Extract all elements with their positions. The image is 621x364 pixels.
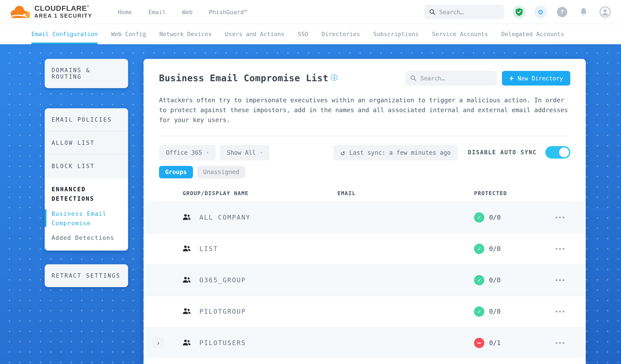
- filter-row: Office 365 ▾ Show All ▾ ↺ Last sync: a f…: [159, 145, 570, 160]
- row-menu-button[interactable]: [556, 342, 564, 344]
- row-menu-button[interactable]: [556, 311, 564, 312]
- settings-button[interactable]: ⚙: [534, 5, 547, 18]
- notifications-button[interactable]: [577, 5, 590, 18]
- protected-count: 0/0: [489, 245, 501, 252]
- group-icon: [183, 245, 191, 252]
- logo-brand-text: CLOUDFLARE: [34, 4, 87, 13]
- page-description: Attackers often try to impersonate execu…: [159, 95, 570, 125]
- group-icon: [183, 308, 191, 314]
- sidebar-item-added-detections[interactable]: Added Detections: [52, 234, 121, 243]
- sidebar-item-enhanced-detections[interactable]: ENHANCED DETECTIONS: [52, 185, 121, 203]
- group-name: PILOTUSERS: [199, 339, 246, 347]
- nav-web[interactable]: Web: [182, 8, 192, 15]
- primary-nav: Home Email Web PhishGuard™: [118, 8, 247, 15]
- tab-groups[interactable]: Groups: [159, 166, 193, 178]
- directory-filter-dropdown[interactable]: Office 365 ▾: [159, 145, 216, 160]
- tab-delegated-accounts[interactable]: Delegated Accounts: [501, 24, 564, 44]
- table-row[interactable]: › PILOTUSERS − 0/1: [143, 327, 586, 358]
- plus-icon: +: [509, 74, 514, 83]
- registered-mark: ®: [87, 5, 89, 8]
- chevron-down-icon: ▾: [207, 150, 209, 155]
- nav-email[interactable]: Email: [148, 8, 166, 15]
- tab-service-accounts[interactable]: Service Accounts: [432, 24, 488, 44]
- column-protected: PROTECTED: [474, 190, 507, 196]
- shield-check-icon: [516, 8, 523, 16]
- global-search[interactable]: [424, 4, 504, 19]
- page-title: Business Email Compromise List: [159, 73, 328, 83]
- tab-directories[interactable]: Directories: [321, 24, 360, 44]
- auto-sync-toggle[interactable]: [545, 146, 570, 158]
- auto-sync-label: DISABLE AUTO SYNC: [468, 149, 537, 156]
- tab-users-and-actions[interactable]: Users and Actions: [225, 24, 284, 44]
- protected-count: 0/1: [489, 339, 501, 347]
- security-status-button[interactable]: [513, 5, 526, 18]
- tab-sso[interactable]: SSO: [298, 24, 308, 44]
- blocked-status-icon: −: [474, 338, 484, 348]
- protected-count: 0/0: [489, 213, 501, 221]
- nav-home[interactable]: Home: [118, 8, 132, 15]
- sidebar-item-email-policies[interactable]: EMAIL POLICIES: [45, 108, 128, 132]
- logo-sub-text: AREA 1 SECURITY: [34, 14, 92, 19]
- chevron-down-icon: ▾: [260, 150, 262, 155]
- tab-subscriptions[interactable]: Subscriptions: [373, 24, 419, 44]
- sync-controls: ↺ Last sync: a few minutes ago DISABLE A…: [334, 145, 570, 160]
- sidebar-item-block-list[interactable]: BLOCK LIST: [45, 155, 128, 178]
- tab-network-devices[interactable]: Network Devices: [159, 24, 212, 44]
- domains-routing-card: DOMAINS & ROUTING: [45, 59, 128, 88]
- help-icon: ?: [557, 7, 567, 17]
- sidebar-item-allow-list[interactable]: ALLOW LIST: [45, 132, 128, 155]
- protected-status-icon: ✓: [474, 212, 484, 222]
- expand-row-button[interactable]: ›: [153, 337, 164, 348]
- table-row[interactable]: ALL COMPANY ✓ 0/0: [143, 201, 586, 233]
- table-row[interactable]: PILOTGROUP ✓ 0/0: [143, 295, 586, 327]
- row-menu-button[interactable]: [556, 216, 564, 218]
- group-name: LIST: [199, 245, 218, 252]
- top-header: CLOUDFLARE® AREA 1 SECURITY Home Email W…: [0, 0, 621, 24]
- protected-status-icon: ✓: [474, 243, 484, 254]
- protected-count: 0/0: [489, 308, 501, 315]
- column-group-display-name: GROUP/DISPLAY NAME: [183, 190, 249, 196]
- policies-card: EMAIL POLICIES ALLOW LIST BLOCK LIST ENH…: [45, 108, 128, 251]
- cloudflare-logo[interactable]: CLOUDFLARE® AREA 1 SECURITY: [9, 5, 92, 19]
- protected-status-icon: ✓: [474, 306, 484, 316]
- group-name: PILOTGROUP: [199, 308, 246, 315]
- tab-unassigned[interactable]: Unassigned: [197, 166, 245, 178]
- sidebar-item-retract-settings[interactable]: RETRACT SETTINGS: [45, 264, 128, 287]
- list-search-input[interactable]: [420, 75, 492, 82]
- protected-count: 0/0: [489, 276, 501, 284]
- bell-icon: [580, 8, 587, 16]
- table-row[interactable]: LIST ✓ 0/0: [143, 233, 586, 264]
- account-button[interactable]: [599, 5, 612, 18]
- table-row[interactable]: O365_GROUP ✓ 0/0: [143, 264, 586, 295]
- app-window: CLOUDFLARE® AREA 1 SECURITY Home Email W…: [0, 0, 621, 364]
- divider: [159, 136, 570, 136]
- nav-phishguard[interactable]: PhishGuard™: [209, 8, 247, 15]
- show-filter-dropdown[interactable]: Show All ▾: [220, 145, 269, 160]
- list-search[interactable]: [405, 71, 497, 86]
- new-directory-button[interactable]: + New Directory: [502, 71, 570, 86]
- sidebar-item-business-email-compromise[interactable]: Business Email Compromise: [52, 209, 121, 228]
- group-name: O365_GROUP: [199, 276, 246, 284]
- search-icon: [410, 75, 416, 81]
- global-search-input[interactable]: [439, 8, 499, 15]
- row-menu-button[interactable]: [556, 248, 564, 249]
- group-icon: [183, 214, 191, 221]
- tab-web-config[interactable]: Web Config: [111, 24, 146, 44]
- group-icon: [183, 340, 191, 346]
- retract-settings-card: RETRACT SETTINGS: [45, 264, 128, 287]
- column-email: EMAIL: [337, 190, 356, 196]
- info-icon[interactable]: i: [331, 74, 338, 81]
- content-area: DOMAINS & ROUTING EMAIL POLICIES ALLOW L…: [0, 44, 621, 364]
- avatar-icon: [600, 6, 611, 17]
- sidebar-item-domains-routing[interactable]: DOMAINS & ROUTING: [45, 59, 128, 88]
- help-button[interactable]: ?: [556, 5, 569, 18]
- row-menu-button[interactable]: [556, 279, 564, 281]
- tab-email-configuration[interactable]: Email Configuration: [31, 24, 98, 44]
- panel-actions: + New Directory: [405, 71, 570, 86]
- settings-sidebar: DOMAINS & ROUTING EMAIL POLICIES ALLOW L…: [45, 59, 128, 287]
- last-sync-button[interactable]: ↺ Last sync: a few minutes ago: [334, 145, 458, 160]
- chevron-right-icon: ›: [157, 339, 160, 346]
- view-tabs: Groups Unassigned: [159, 166, 570, 178]
- groups-table: GROUP/DISPLAY NAME EMAIL PROTECTED ALL C…: [143, 185, 586, 358]
- gear-icon: ⚙: [538, 8, 543, 16]
